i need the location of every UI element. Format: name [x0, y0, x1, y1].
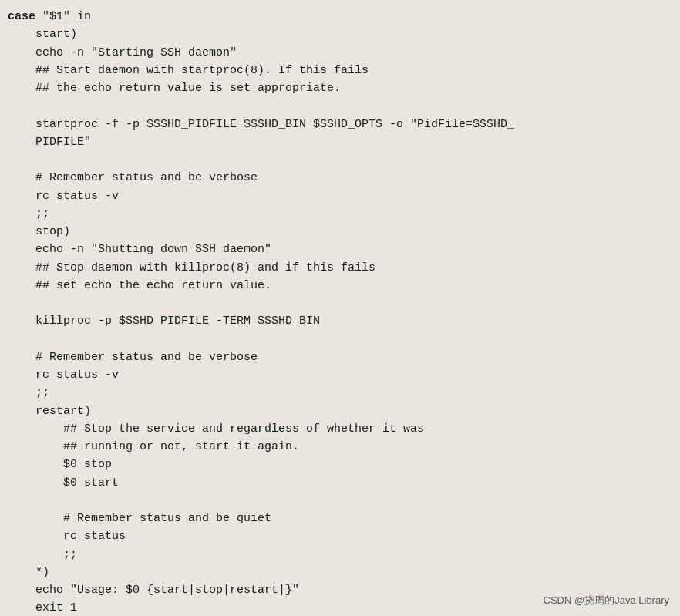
watermark: CSDN @挠周的Java Library — [544, 593, 669, 608]
keyword-case: case — [8, 10, 35, 23]
code-container: case "$1" in start) echo -n "Starting SS… — [0, 0, 680, 616]
code-block: case "$1" in start) echo -n "Starting SS… — [8, 8, 669, 616]
